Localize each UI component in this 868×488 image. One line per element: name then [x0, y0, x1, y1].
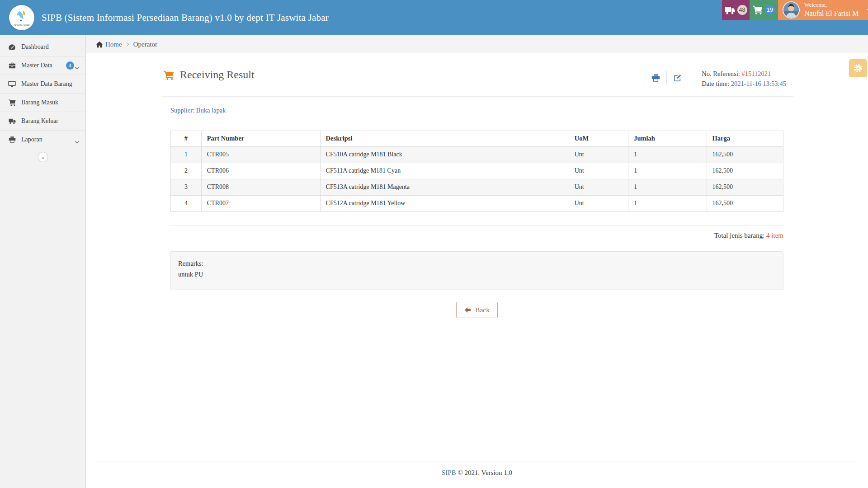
- sidebar-collapse-row: «: [0, 151, 85, 164]
- arrow-left-icon: [464, 307, 471, 313]
- reference-number-line: No. Referensi: #15112021: [702, 69, 786, 79]
- chevron-down-icon: [75, 64, 80, 72]
- panel-body: Supplier: Buka lapak # Part Number Deskr…: [161, 97, 793, 318]
- app-logo[interactable]: JASWITA JABAR: [9, 5, 34, 30]
- sidebar-item-label: Master Data Barang: [21, 80, 72, 88]
- chevron-right-icon: [126, 42, 129, 47]
- sidebar-item-label: Master Data: [21, 62, 52, 69]
- column-header: UoM: [569, 131, 628, 146]
- footer-brand-link[interactable]: SIPB: [442, 469, 456, 476]
- briefcase-icon: [8, 62, 16, 69]
- sidebar-item-master-data-barang[interactable]: Master Data Barang: [0, 75, 85, 94]
- print-button[interactable]: [645, 74, 666, 82]
- incoming-count-badge: 19: [765, 5, 775, 15]
- truck-icon: [8, 117, 16, 125]
- cell-description: CF511A catridge M181 Cyan: [320, 163, 569, 179]
- table-row: 4 CTR007 CF512A catridge M181 Yellow Unt…: [171, 195, 783, 211]
- cart-icon: [8, 99, 16, 106]
- printer-icon: [8, 136, 16, 143]
- cell-description: CF513A catridge M181 Magenta: [320, 179, 569, 195]
- cell-uom: Unt: [569, 195, 628, 211]
- user-menu-button[interactable]: Welcome, Naufal El Farisi M: [778, 0, 868, 20]
- footer-copyright: © 2021. Version 1.0: [456, 469, 512, 476]
- back-button[interactable]: Back: [456, 302, 498, 318]
- master-data-count-badge: 4: [66, 61, 74, 70]
- reference-number-value: #15112021: [741, 70, 771, 77]
- page-title: Receiving Result: [180, 69, 255, 81]
- remarks-box: Remarks: untuk PU: [170, 251, 783, 290]
- cell-description: CF512A catridge M181 Yellow: [320, 195, 569, 211]
- cell-part-number: CTR008: [201, 179, 320, 195]
- cell-description: CF510A catridge M181 Black: [320, 146, 569, 163]
- home-icon: [96, 41, 103, 48]
- cart-icon: [164, 70, 174, 80]
- breadcrumb-home-link[interactable]: Home: [105, 41, 122, 48]
- desktop-icon: [8, 80, 16, 88]
- incoming-menu-button[interactable]: 19: [750, 0, 778, 20]
- cell-uom: Unt: [569, 146, 628, 163]
- column-header: #: [171, 131, 202, 146]
- remarks-text: untuk PU: [178, 269, 776, 280]
- avatar: [783, 1, 800, 19]
- avatar-photo-icon: [783, 2, 799, 18]
- sidebar-item-laporan[interactable]: Laporan: [0, 131, 85, 149]
- jaswita-logo-icon: JASWITA JABAR: [9, 5, 34, 30]
- column-header: Harga: [707, 131, 783, 146]
- total-summary: Total jenis barang: 4 item: [170, 232, 783, 239]
- page-footer: SIPB © 2021. Version 1.0: [86, 461, 868, 477]
- sidebar-item-dashboard[interactable]: Dashboard: [0, 38, 85, 56]
- cell-index: 1: [171, 146, 202, 163]
- cell-qty: 1: [628, 146, 707, 163]
- gear-icon: [853, 63, 863, 73]
- cell-part-number: CTR007: [201, 195, 320, 211]
- column-header: Deskripsi: [320, 131, 569, 146]
- sidebar-item-barang-keluar[interactable]: Barang Keluar: [0, 112, 85, 131]
- panel-title-group: Receiving Result: [164, 69, 255, 81]
- navbar-menu: 48 19: [722, 0, 868, 20]
- sidebar-item-barang-masuk[interactable]: Barang Masuk: [0, 94, 85, 112]
- chevron-down-icon: [75, 138, 80, 146]
- cell-price: 162,500: [707, 179, 783, 195]
- settings-toggle-button[interactable]: [849, 59, 867, 77]
- column-header: Part Number: [201, 131, 320, 146]
- datetime-line: Date time: 2021-11-16 13:53:45: [702, 79, 786, 89]
- sidebar-item-label: Laporan: [21, 136, 42, 143]
- datetime-value: 2021-11-16 13:53:45: [731, 80, 786, 87]
- sidebar-item-label: Barang Masuk: [21, 99, 58, 106]
- supplier-link[interactable]: Supplier: Buka lapak: [170, 107, 783, 114]
- table-row: 3 CTR008 CF513A catridge M181 Magenta Un…: [171, 179, 783, 195]
- breadcrumb: Home Operator: [86, 35, 868, 53]
- cell-index: 3: [171, 179, 202, 195]
- edit-button[interactable]: [667, 74, 688, 82]
- cell-part-number: CTR006: [201, 163, 320, 179]
- column-header: Jumlah: [628, 131, 707, 146]
- app-title: SIPB (Sistem Informasi Persediaan Barang…: [42, 0, 329, 35]
- truck-icon: [725, 5, 735, 15]
- cell-qty: 1: [628, 179, 707, 195]
- breadcrumb-current: Operator: [133, 41, 157, 48]
- panel-tools: No. Referensi: #15112021 Date time: 2021…: [645, 69, 786, 89]
- cell-qty: 1: [628, 195, 707, 211]
- sidebar: Dashboard Master Data 4: [0, 35, 86, 488]
- cell-price: 162,500: [707, 163, 783, 179]
- panel-header: Receiving Result: [161, 62, 793, 97]
- cell-part-number: CTR005: [201, 146, 320, 163]
- items-table: # Part Number Deskripsi UoM Jumlah Harga…: [170, 131, 783, 212]
- cell-index: 2: [171, 163, 202, 179]
- receiving-result-panel: Receiving Result: [161, 62, 793, 318]
- sidebar-item-master-data[interactable]: Master Data 4: [0, 56, 85, 75]
- top-navbar: JASWITA JABAR SIPB (Sistem Informasi Per…: [0, 0, 868, 35]
- sidebar-collapse-button[interactable]: «: [38, 152, 48, 162]
- svg-text:JASWITA JABAR: JASWITA JABAR: [14, 24, 30, 27]
- outgoing-count-badge: 48: [737, 5, 747, 15]
- sidebar-item-label: Dashboard: [21, 43, 49, 51]
- edit-icon: [673, 74, 682, 82]
- app-window: JASWITA JABAR SIPB (Sistem Informasi Per…: [0, 0, 868, 488]
- dashboard-icon: [8, 43, 16, 51]
- welcome-text: Welcome, Naufal El Farisi M: [804, 2, 859, 18]
- cell-qty: 1: [628, 163, 707, 179]
- outgoing-menu-button[interactable]: 48: [722, 0, 750, 20]
- sidebar-item-label: Barang Keluar: [21, 117, 58, 125]
- divider: [170, 225, 783, 225]
- cell-uom: Unt: [569, 179, 628, 195]
